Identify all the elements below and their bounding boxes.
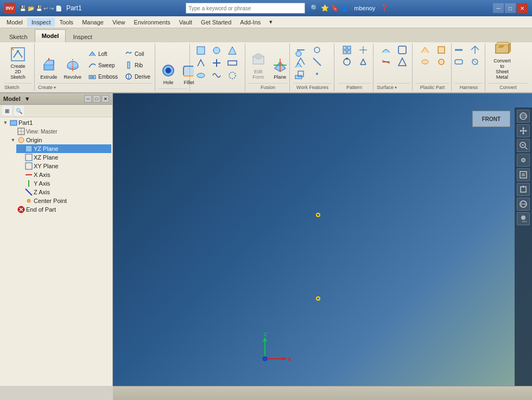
menu-vault[interactable]: Vault — [175, 18, 197, 27]
revolve-button[interactable]: Revolve — [62, 45, 84, 82]
menu-add-ins[interactable]: Add-Ins — [236, 18, 265, 27]
ribbon-group-harness: Harness — [453, 43, 485, 91]
shadows-button[interactable] — [517, 212, 530, 225]
menu-manage[interactable]: Manage — [78, 18, 108, 27]
surf-btn-3[interactable] — [378, 56, 394, 67]
tool-btn-3[interactable] — [225, 45, 240, 56]
tree-xy-plane[interactable]: XY Plane — [16, 162, 111, 170]
svg-point-47 — [422, 60, 428, 64]
pp-btn-3[interactable] — [417, 56, 433, 67]
panel-close-button[interactable]: ✕ — [102, 95, 109, 103]
surf-btn-4[interactable] — [395, 56, 410, 67]
panel-dropdown-arrow[interactable]: ▼ — [24, 96, 30, 102]
coil-button[interactable]: Coil — [122, 48, 153, 59]
menu-extra[interactable]: ▾ — [265, 17, 277, 27]
wf-btn-4[interactable] — [309, 56, 325, 67]
view-face-button[interactable] — [517, 183, 530, 196]
tree-xz-plane[interactable]: XZ Plane — [16, 153, 111, 162]
center-point-label: Center Point — [34, 198, 67, 204]
wf-btn-6[interactable] — [309, 68, 325, 79]
look-at-button[interactable] — [517, 154, 530, 167]
search-tree-button[interactable]: 🔍 — [14, 106, 24, 116]
tree-origin[interactable]: ▼ Origin — [9, 136, 111, 144]
filter-button[interactable]: ⊞ — [2, 106, 12, 116]
tree-z-axis[interactable]: Z Axis — [16, 188, 111, 196]
loft-button[interactable]: Loft — [86, 48, 120, 59]
hr-btn-1[interactable] — [451, 45, 466, 55]
tree-x-axis[interactable]: X Axis — [16, 170, 111, 179]
menu-inspect[interactable]: Inspect — [27, 18, 55, 27]
tool-btn-7[interactable] — [193, 69, 208, 81]
tab-inspect[interactable]: Inspect — [66, 30, 99, 42]
pat-btn-4[interactable] — [356, 56, 371, 67]
tool-btn-6[interactable] — [225, 57, 240, 69]
search-input[interactable] — [186, 3, 305, 14]
pan-button[interactable] — [517, 124, 530, 137]
root-expander[interactable]: ▼ — [2, 119, 9, 126]
tree-view-master[interactable]: View: Master — [9, 127, 111, 136]
hole-button[interactable]: Hole — [159, 50, 178, 87]
edit-form-button[interactable]: EditForm — [249, 45, 268, 82]
wf-btn-3[interactable] — [293, 56, 308, 67]
surf-btn-1[interactable] — [378, 45, 394, 55]
pat-btn-2[interactable] — [356, 45, 371, 55]
tool-btn-5[interactable] — [209, 57, 224, 69]
visual-style-button[interactable] — [517, 198, 530, 211]
tree-root[interactable]: ▼ Part1 — [1, 118, 111, 127]
panel-maximize-button[interactable]: □ — [93, 95, 100, 103]
hr-btn-4[interactable] — [467, 56, 483, 67]
hr-btn-2[interactable] — [467, 45, 483, 55]
menu-environments[interactable]: Environments — [130, 18, 175, 27]
tool-btn-4[interactable] — [193, 57, 208, 69]
minimize-button[interactable]: ─ — [493, 3, 504, 13]
svg-rect-35 — [343, 50, 346, 54]
convert-sheet-metal-button[interactable]: Convert toSheet Metal — [489, 45, 516, 82]
fit-all-button[interactable] — [517, 168, 530, 181]
hr-btn-3[interactable] — [451, 56, 466, 67]
tool-btn-2[interactable] — [209, 45, 224, 56]
wf-btn-5[interactable] — [293, 68, 308, 79]
tree-end-of-part[interactable]: End of Part — [9, 205, 111, 214]
title-left: INV 💾 📂 💾 ↩ ↪ 📄 Part1 — [4, 3, 82, 14]
pat-btn-1[interactable] — [339, 45, 354, 55]
close-button[interactable]: ✕ — [517, 3, 528, 13]
viewport[interactable]: FRONT — [113, 93, 532, 386]
tree-yz-plane[interactable]: YZ Plane — [16, 144, 111, 153]
menu-tools[interactable]: Tools — [55, 18, 78, 27]
tab-model[interactable]: Model — [35, 29, 66, 42]
derive-button[interactable]: Derive — [122, 71, 153, 82]
tab-sketch[interactable]: Sketch — [2, 30, 35, 42]
origin-expander[interactable]: ▼ — [10, 137, 16, 143]
zoom-button[interactable] — [517, 139, 530, 152]
surf-btn-2[interactable] — [395, 45, 410, 55]
axis-indicator: Z X — [254, 332, 287, 364]
menu-get-started[interactable]: Get Started — [197, 18, 236, 27]
view-cube[interactable]: FRONT — [472, 111, 510, 149]
create-2d-sketch-button[interactable]: Create2D Sketch — [4, 45, 31, 82]
emboss-button[interactable]: EM Emboss — [86, 71, 120, 82]
tool-btn-9[interactable] — [225, 69, 240, 81]
wf-btn-2[interactable] — [309, 45, 325, 55]
pp-btn-2[interactable] — [434, 45, 449, 55]
extrude-button[interactable]: Extrude — [38, 45, 60, 82]
surface-dropdown-arrow[interactable]: ▾ — [395, 85, 397, 90]
window-controls[interactable]: ─ □ ✕ — [493, 3, 528, 13]
maximize-button[interactable]: □ — [505, 3, 516, 13]
wf-btn-1[interactable] — [293, 45, 308, 55]
rib-button[interactable]: Rib — [122, 60, 153, 71]
plane-button[interactable]: Plane — [270, 45, 290, 82]
pp-btn-4[interactable] — [434, 56, 449, 67]
tool-btn-8[interactable] — [209, 69, 224, 81]
menu-model[interactable]: Model — [2, 18, 27, 27]
pp-btn-1[interactable] — [417, 45, 433, 55]
create-dropdown-arrow[interactable]: ▾ — [54, 85, 56, 90]
view-cube-front[interactable]: FRONT — [472, 111, 510, 127]
pat-btn-3[interactable] — [339, 56, 354, 67]
sweep-button[interactable]: Sweep — [86, 60, 120, 71]
panel-minimize-button[interactable]: ─ — [84, 95, 92, 103]
tree-y-axis[interactable]: Y Axis — [16, 179, 111, 188]
tool-btn-1[interactable] — [193, 45, 208, 56]
tree-center-point[interactable]: Center Point — [16, 196, 111, 205]
menu-view[interactable]: View — [108, 18, 130, 27]
orbit-button[interactable] — [517, 110, 530, 123]
